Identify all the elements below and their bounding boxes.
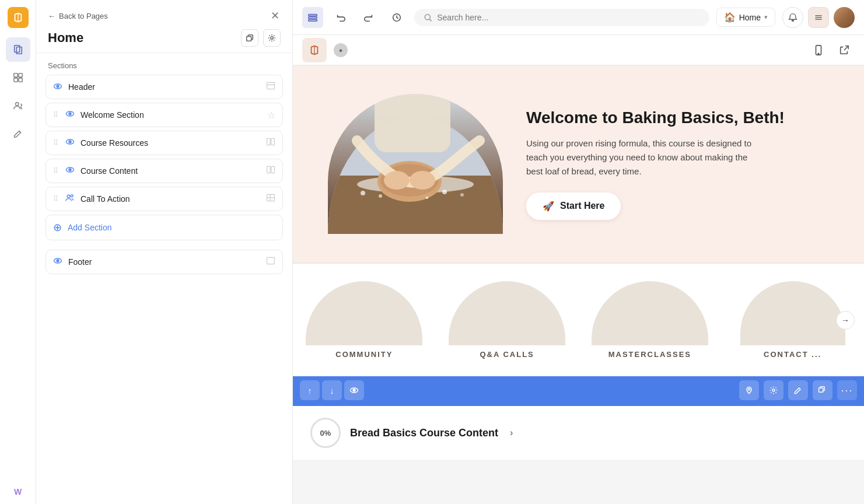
mobile-view-button[interactable] (808, 40, 829, 61)
add-section-button[interactable]: ⊕ Add Section (46, 215, 283, 240)
notifications-button[interactable] (782, 7, 803, 28)
bar-home-button[interactable] (739, 380, 759, 400)
svg-rect-13 (267, 82, 275, 89)
card-masterclasses[interactable]: MASTERCLASSES (579, 281, 722, 359)
card-qa[interactable]: Q&A CALLS (436, 281, 579, 359)
bar-settings-button[interactable] (764, 380, 783, 400)
section-item-footer[interactable]: Footer (46, 250, 283, 274)
bar-right-actions: ··· (739, 380, 857, 400)
start-btn-label: Start Here (560, 201, 604, 211)
home-icon: 🏠 (724, 12, 736, 23)
svg-rect-3 (13, 74, 17, 77)
progress-circle: 0% (310, 418, 341, 448)
svg-point-63 (772, 389, 775, 391)
redo-button[interactable] (358, 7, 379, 28)
bar-design-button[interactable] (788, 380, 808, 400)
move-down-button[interactable]: ↓ (322, 380, 342, 400)
section-layout-icon-header (266, 81, 275, 93)
svg-rect-5 (13, 78, 17, 82)
undo-button[interactable] (330, 7, 351, 28)
secondary-toolbar: ● (293, 35, 864, 65)
svg-rect-19 (267, 138, 271, 145)
history-button[interactable] (386, 7, 407, 28)
svg-point-55 (361, 191, 365, 195)
course-content-section-canvas: 0% Bread Basics Course Content › (293, 404, 864, 460)
back-arrow-icon: ← (48, 12, 55, 20)
bread-svg (328, 94, 503, 234)
section-eye-icon (53, 82, 62, 93)
svg-line-38 (429, 19, 431, 20)
section-name-resources: Course Resources (81, 138, 260, 148)
section-item-welcome[interactable]: ⠿ Welcome Section ☆ (46, 103, 283, 127)
page-title-actions (241, 29, 281, 47)
sections-list: Header ⠿ Welcome Section ☆ ⠿ Course Reso… (36, 75, 292, 504)
add-section-plus-icon: ⊕ (53, 221, 62, 234)
section-item-header[interactable]: Header (46, 75, 283, 99)
card-community[interactable]: COMMUNITY (293, 281, 436, 359)
section-eye-icon-content (65, 165, 75, 177)
duplicate-page-button[interactable] (241, 29, 258, 47)
sidebar-blocks-btn[interactable] (6, 65, 30, 90)
section-name-welcome: Welcome Section (81, 110, 261, 120)
community-label: COMMUNITY (335, 345, 393, 359)
section-name-header: Header (68, 82, 260, 92)
svg-rect-1 (14, 46, 19, 52)
svg-rect-34 (309, 17, 317, 19)
view-options (808, 40, 855, 61)
svg-rect-24 (271, 166, 275, 173)
svg-point-62 (748, 388, 750, 390)
page-settings-button[interactable] (263, 29, 281, 47)
start-here-button[interactable]: 🚀 Start Here (526, 192, 621, 220)
progress-value: 0% (320, 429, 331, 438)
user-avatar[interactable] (834, 7, 855, 28)
sidebar-wordmark-btn[interactable]: W (6, 480, 30, 504)
welcome-image-container (328, 94, 503, 234)
section-name-footer: Footer (68, 257, 260, 267)
svg-point-54 (410, 171, 435, 190)
svg-point-57 (442, 190, 447, 194)
account-dot[interactable]: ● (334, 43, 348, 57)
open-external-button[interactable] (834, 40, 855, 61)
svg-rect-23 (267, 166, 271, 173)
page-selector[interactable]: 🏠 Home ▾ (716, 8, 775, 27)
toolbar-layers-btn[interactable] (302, 7, 323, 28)
svg-point-53 (384, 171, 410, 190)
page-title: Home (48, 30, 83, 46)
editor-main: 🏠 Home ▾ ● (293, 0, 864, 504)
bar-duplicate-button[interactable] (813, 380, 832, 400)
drag-handle-cta: ⠿ (53, 195, 58, 203)
svg-line-45 (844, 46, 848, 50)
menu-button[interactable] (808, 7, 829, 28)
drag-handle-welcome: ⠿ (53, 111, 58, 119)
section-item-resources[interactable]: ⠿ Course Resources (46, 131, 283, 155)
bar-more-button[interactable]: ··· (837, 380, 857, 400)
section-item-cta[interactable]: ⠿ Call To Action (46, 187, 283, 211)
section-item-content[interactable]: ⠿ Course Content (46, 159, 283, 183)
contact-label: CONTACT ... (764, 345, 821, 359)
sidebar-pages-btn[interactable] (6, 37, 30, 62)
top-toolbar: 🏠 Home ▾ (293, 0, 864, 35)
section-eye-icon-resources (65, 137, 75, 149)
page-selector-label: Home (739, 13, 761, 22)
section-star-icon-welcome: ☆ (267, 110, 275, 121)
sidebar-edit-btn[interactable] (6, 121, 30, 146)
svg-point-18 (69, 141, 71, 143)
cards-next-arrow[interactable]: → (836, 311, 855, 330)
wix-logo-secondary (302, 38, 327, 62)
search-input[interactable] (437, 13, 699, 22)
page-panel: ← Back to Pages ✕ Home Sections Head (36, 0, 293, 504)
drag-handle-resources: ⠿ (53, 139, 58, 147)
move-up-button[interactable]: ↑ (300, 380, 320, 400)
sidebar-members-btn[interactable] (6, 93, 30, 118)
back-to-pages-link[interactable]: ← Back to Pages (48, 12, 108, 20)
svg-point-26 (71, 195, 73, 197)
svg-rect-32 (267, 257, 275, 264)
canvas-area: Welcome to Baking Basics, Beth! Using ou… (293, 65, 864, 504)
section-eye-icon-welcome (65, 109, 75, 121)
sections-label: Sections (36, 53, 292, 75)
qa-label: Q&A CALLS (480, 345, 534, 359)
visibility-toggle-button[interactable] (344, 380, 364, 400)
close-panel-button[interactable]: ✕ (270, 8, 281, 23)
svg-point-58 (460, 193, 464, 197)
welcome-bread-image (328, 94, 503, 234)
